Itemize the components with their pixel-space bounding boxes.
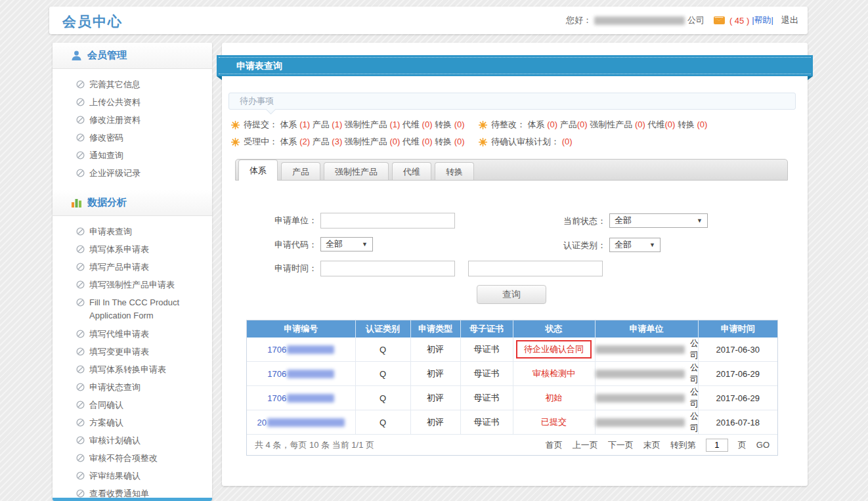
pagination-summary: 共 4 条，每页 10 条 当前 1/1 页: [255, 439, 374, 451]
tab-maintenance[interactable]: 代维: [392, 162, 431, 180]
slash-circle-icon: [76, 471, 85, 480]
sidebar-item[interactable]: 完善其它信息: [53, 76, 212, 93]
logout-link[interactable]: 退出: [781, 14, 798, 26]
sidebar-section-title: 会员管理: [87, 49, 127, 62]
sidebar-item[interactable]: 填写变更申请表: [53, 343, 212, 360]
col-parent-cert: 母子证书: [460, 320, 513, 338]
sidebar-data-list: 申请表查询 填写体系申请表 填写产品申请表 填写强制性产品申请表 Fill In…: [53, 216, 212, 501]
slash-circle-icon: [76, 383, 85, 391]
redacted-number: [267, 418, 345, 427]
sidebar-item-label: 完善其它信息: [89, 79, 141, 89]
sidebar-item-label: 上传公共资料: [89, 97, 141, 107]
slash-circle-icon: [76, 263, 85, 271]
sidebar-item[interactable]: Fill In The CCC Product Application Form: [53, 294, 212, 325]
page-number-input[interactable]: [706, 439, 728, 452]
sidebar-item[interactable]: 申请表查询: [53, 223, 212, 240]
application-number-link[interactable]: 1706: [267, 345, 334, 355]
prev-page-link[interactable]: 上一页: [573, 439, 598, 451]
cert-category-cell: Q: [355, 386, 410, 410]
application-number-link[interactable]: 1706: [267, 369, 334, 379]
unit-cell: 公司: [596, 386, 703, 410]
todo-group-text: 待提交： 体系 (1) 产品 (1) 强制性产品 (1) 代维 (0) 转换 (…: [244, 116, 465, 133]
sidebar-item[interactable]: 填写代维申请表: [53, 325, 212, 343]
tab-ccc-product[interactable]: 强制性产品: [324, 162, 389, 180]
bar-chart-icon: [71, 198, 82, 208]
status-select[interactable]: 全部 ▼: [609, 213, 708, 228]
greeting-label: 您好：: [566, 14, 592, 26]
tab-product[interactable]: 产品: [281, 162, 320, 180]
user-icon: [71, 50, 82, 61]
first-page-link[interactable]: 首页: [546, 439, 563, 451]
sidebar-item[interactable]: 方案确认: [53, 414, 212, 431]
sidebar-item[interactable]: 修改密码: [53, 129, 212, 146]
sidebar-item-label: Fill In The CCC Product Application Form: [89, 297, 179, 320]
sidebar-item[interactable]: 申请状态查询: [53, 378, 212, 396]
cert-category-cell: Q: [355, 338, 410, 362]
slash-circle-icon: [76, 298, 85, 307]
help-link[interactable]: |帮助|: [752, 14, 773, 26]
cert-select[interactable]: 全部 ▼: [609, 238, 661, 252]
sidebar-item[interactable]: 修改注册资料: [53, 111, 212, 129]
parent-cert-cell: 母证书: [460, 386, 513, 410]
sidebar-item[interactable]: 企业评级记录: [53, 164, 212, 182]
code-select[interactable]: 全部 ▼: [320, 237, 373, 251]
time-to-input[interactable]: [468, 261, 603, 276]
app-logo: 会员中心: [62, 12, 123, 31]
tab-system[interactable]: 体系: [238, 160, 278, 181]
go-button[interactable]: GO: [756, 440, 770, 450]
sidebar-item-label: 方案确认: [89, 418, 123, 427]
sidebar-item[interactable]: 审核不符合项整改: [53, 449, 212, 467]
sidebar-item[interactable]: 通知查询: [53, 146, 212, 164]
ribbon-fold-right: [808, 76, 813, 80]
chevron-down-icon: ▼: [649, 242, 655, 248]
slash-circle-icon: [76, 330, 85, 338]
category-tabs: 体系 产品 强制性产品 代维 转换: [235, 159, 788, 181]
todo-summary: 待提交： 体系 (1) 产品 (1) 强制性产品 (1) 代维 (0) 转换 (…: [231, 116, 796, 150]
unit-input[interactable]: [320, 213, 455, 229]
sidebar-item-label: 填写体系转换申请表: [89, 364, 166, 374]
sidebar-item[interactable]: 填写体系申请表: [53, 240, 212, 258]
page-title: 申请表查询: [236, 60, 282, 71]
chevron-down-icon: ▼: [697, 217, 703, 224]
sidebar-item[interactable]: 合同确认: [53, 396, 212, 414]
app-type-cell: 初评: [410, 386, 460, 410]
status-text: 初始: [546, 393, 563, 403]
col-cert-category: 认证类别: [355, 320, 410, 338]
sidebar-item-label: 通知查询: [89, 150, 123, 160]
application-number-link[interactable]: 20: [257, 418, 345, 427]
sidebar-item-label: 申请表查询: [89, 227, 132, 236]
page-title-ribbon: 申请表查询: [217, 55, 813, 76]
next-page-link[interactable]: 下一页: [608, 439, 634, 451]
sidebar-item-label: 填写代维申请表: [89, 329, 149, 339]
company-suffix: 公司: [687, 14, 705, 26]
slash-circle-icon: [76, 169, 85, 177]
tab-transfer[interactable]: 转换: [435, 162, 474, 180]
mail-count[interactable]: ( 45 ): [729, 16, 749, 26]
last-page-link[interactable]: 末页: [643, 439, 661, 451]
cert-select-value: 全部: [615, 239, 632, 251]
sidebar-item[interactable]: 填写体系转换申请表: [53, 360, 212, 378]
sidebar-item-label: 申请状态查询: [89, 382, 141, 392]
redacted-company-name: [596, 418, 685, 427]
search-button[interactable]: 查询: [477, 285, 546, 304]
time-from-input[interactable]: [320, 261, 455, 276]
mail-icon[interactable]: [714, 16, 725, 24]
main-panel: 申请表查询 待办事项 待提交： 体系 (1) 产品 (1) 强制性产品 (1) …: [222, 43, 808, 486]
sidebar-item[interactable]: 填写产品申请表: [53, 258, 212, 276]
col-app-unit: 申请单位: [595, 320, 698, 338]
sidebar-item[interactable]: 评审结果确认: [53, 467, 212, 485]
sidebar-footer-bar: [53, 498, 212, 501]
app-type-cell: 初评: [410, 410, 460, 435]
table-row: 1706 Q 初评 母证书 审核检测中 公司 2017-06-29: [247, 362, 777, 386]
sidebar-item[interactable]: 审核计划确认: [53, 431, 212, 449]
unit-cell: 公司: [596, 410, 703, 434]
application-number-link[interactable]: 1706: [267, 393, 334, 403]
app-time-cell: 2016-07-18: [698, 410, 777, 435]
status-highlight-box: 待企业确认合同: [516, 340, 592, 359]
sidebar-item[interactable]: 上传公共资料: [53, 93, 212, 111]
sidebar-item[interactable]: 填写强制性产品申请表: [53, 276, 212, 294]
sidebar-item-label: 查看收费通知单: [89, 489, 149, 498]
sidebar-item-label: 评审结果确认: [89, 471, 141, 481]
results-table: 申请编号 认证类别 申请类型 母子证书 状态 申请单位 申请时间 1706 Q …: [246, 320, 778, 456]
todo-group: 待确认审核计划： (0): [479, 133, 573, 150]
